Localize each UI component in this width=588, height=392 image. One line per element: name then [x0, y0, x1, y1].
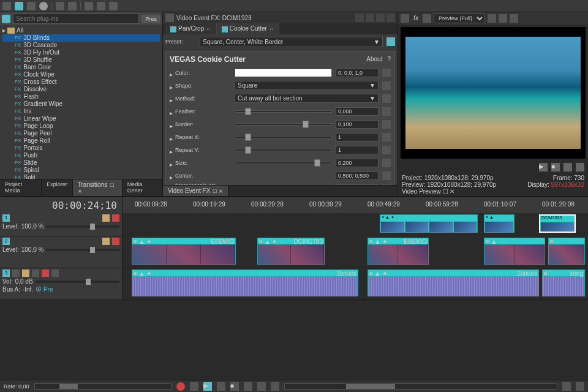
param-auto-icon[interactable]: [382, 172, 391, 180]
prev-ico3[interactable]: [488, 14, 496, 23]
zoom-out-icon[interactable]: [576, 382, 584, 391]
param-slider[interactable]: [235, 162, 332, 164]
open-icon[interactable]: [27, 2, 36, 10]
track-solo-icon[interactable]: [112, 214, 119, 222]
preset-dropdown[interactable]: Square, Center, White Border ▼: [200, 37, 383, 47]
new-icon[interactable]: [2, 2, 11, 10]
tab-media-gen[interactable]: Media Gener: [123, 179, 162, 196]
play-button[interactable]: ▶: [203, 382, 212, 391]
prev-ico5[interactable]: [510, 14, 518, 23]
plugin-item[interactable]: FXGradient Wipe: [2, 100, 160, 108]
rate-scrollbar[interactable]: [34, 383, 172, 390]
stop-icon[interactable]: ■: [551, 163, 560, 172]
param-slider[interactable]: [235, 149, 332, 151]
param-auto-icon[interactable]: [382, 81, 391, 90]
video-clip[interactable]: ≡ ▲ ✦DCIM1783: [257, 238, 325, 265]
audio-clip[interactable]: ≡ ▲ ✦1bnuox: [368, 270, 539, 296]
plugin-item[interactable]: FXPage Peel: [2, 130, 160, 137]
param-auto-icon[interactable]: [382, 133, 391, 141]
preview-quality[interactable]: Preview (Full): [434, 13, 485, 23]
tab-cookiecutter[interactable]: Cookie Cutter ↔: [217, 23, 280, 34]
audio-clip[interactable]: ≡song: [542, 270, 585, 296]
plugin-item[interactable]: FXPage Loop: [2, 123, 160, 130]
color-swatch[interactable]: [235, 69, 332, 77]
plugin-item[interactable]: FX3D Blinds: [2, 34, 160, 42]
param-auto-icon[interactable]: [382, 69, 391, 77]
param-auto-icon[interactable]: [382, 159, 391, 167]
loop-icon[interactable]: [190, 382, 198, 391]
tab-transitions[interactable]: Transitions☐ ✕: [73, 179, 123, 196]
param-auto-icon[interactable]: [382, 107, 391, 116]
plugin-item[interactable]: FXPortals: [2, 145, 160, 152]
video-clip[interactable]: ≡ ▲: [484, 214, 514, 233]
plugin-item[interactable]: FXClock Wipe: [2, 71, 160, 78]
search-input[interactable]: [13, 13, 139, 24]
tab-video-event-fx[interactable]: Video Event FX☐ ✕: [163, 186, 228, 196]
redo-icon[interactable]: [68, 2, 77, 10]
plugin-item[interactable]: FXDissolve: [2, 86, 160, 93]
tab-explorer[interactable]: Explorer: [42, 179, 73, 196]
pause-icon[interactable]: [217, 382, 225, 391]
param-auto-icon[interactable]: [382, 146, 391, 154]
plugin-item[interactable]: FXSpiral: [2, 167, 160, 174]
zoom-in-icon[interactable]: [562, 382, 571, 391]
track-solo-icon[interactable]: [112, 238, 119, 245]
level-slider[interactable]: [46, 225, 119, 228]
plugin-item[interactable]: FX3D Cascade: [2, 42, 160, 49]
fx-btn2[interactable]: [366, 13, 374, 22]
video-clip[interactable]: ≡ ▲ ✦E8EMIO: [368, 238, 429, 265]
next-frame-icon[interactable]: [576, 163, 584, 172]
about-link[interactable]: About: [366, 56, 382, 62]
timeline-ruler[interactable]: 00:00:09:2800:00:19:2900:00:29:2800:00:3…: [123, 197, 588, 213]
fx-btn3[interactable]: [376, 13, 385, 22]
plugin-item[interactable]: FX3D Fly In/Out: [2, 49, 160, 56]
param-slider[interactable]: [235, 123, 332, 126]
plugin-item[interactable]: FX3D Shuffle: [2, 56, 160, 64]
plugin-item[interactable]: FXBarn Door: [2, 64, 160, 71]
next-icon[interactable]: [257, 382, 266, 391]
video-clip[interactable]: ≡ ▲: [484, 238, 545, 265]
prev-frame-icon[interactable]: [564, 163, 572, 172]
param-auto-icon[interactable]: [382, 94, 391, 103]
plugin-item[interactable]: FXPage Roll: [2, 137, 160, 145]
tool-icon[interactable]: [85, 2, 93, 10]
plugin-tree[interactable]: ▸All FX3D BlindsFX3D CascadeFX3D Fly In/…: [0, 25, 162, 179]
audio-clip[interactable]: ≡ ▲ ✦1bnuox: [132, 270, 358, 296]
prev-ico4[interactable]: [499, 14, 507, 23]
timeline-scrollbar[interactable]: [284, 383, 557, 390]
plugin-item[interactable]: FXSlide: [2, 159, 160, 167]
tool3-icon[interactable]: [109, 2, 118, 10]
param-auto-icon[interactable]: [382, 120, 391, 129]
track-mute-icon[interactable]: [102, 214, 110, 222]
plugin-item[interactable]: FXPush: [2, 152, 160, 159]
prev-icon[interactable]: [244, 382, 252, 391]
save-icon[interactable]: [15, 2, 23, 10]
end-icon[interactable]: [271, 382, 279, 391]
stop-button[interactable]: ■: [230, 382, 239, 391]
param-value[interactable]: [336, 69, 379, 77]
video-clip[interactable]: ≡ ▲ ✦E8EMIO: [132, 238, 236, 265]
param-value[interactable]: [336, 146, 379, 154]
param-value[interactable]: [336, 159, 379, 167]
param-value[interactable]: [336, 107, 379, 116]
tab-project-media[interactable]: Project Media: [0, 179, 42, 196]
track-mute-icon[interactable]: [102, 238, 110, 245]
plugin-item[interactable]: FXCross Effect: [2, 78, 160, 86]
prev-ico2[interactable]: [423, 14, 431, 23]
video-clip[interactable]: ≡ ▲ ✦: [380, 214, 478, 233]
track-lane[interactable]: ≡ ▲ ✦≡ ▲DCIM1923: [123, 213, 588, 236]
help-link[interactable]: ?: [387, 56, 391, 62]
param-value[interactable]: [336, 133, 379, 141]
fx-btn4[interactable]: [386, 13, 395, 22]
fx-btn1[interactable]: [355, 13, 364, 22]
param-value[interactable]: [336, 120, 379, 129]
param-value[interactable]: [336, 172, 379, 180]
param-dropdown[interactable]: Cut away all but section▼: [235, 94, 379, 103]
param-slider[interactable]: [235, 136, 332, 138]
save-preset-icon[interactable]: [386, 37, 395, 46]
preset-button[interactable]: Pres: [141, 15, 160, 23]
tool2-icon[interactable]: [97, 2, 105, 10]
plugin-item[interactable]: FXSplit: [2, 174, 160, 179]
track-lane[interactable]: ≡ ▲ ✦E8EMIO≡ ▲ ✦DCIM1783≡ ▲ ✦E8EMIO≡ ▲≡: [123, 236, 588, 266]
play-icon[interactable]: ▶: [539, 163, 548, 172]
